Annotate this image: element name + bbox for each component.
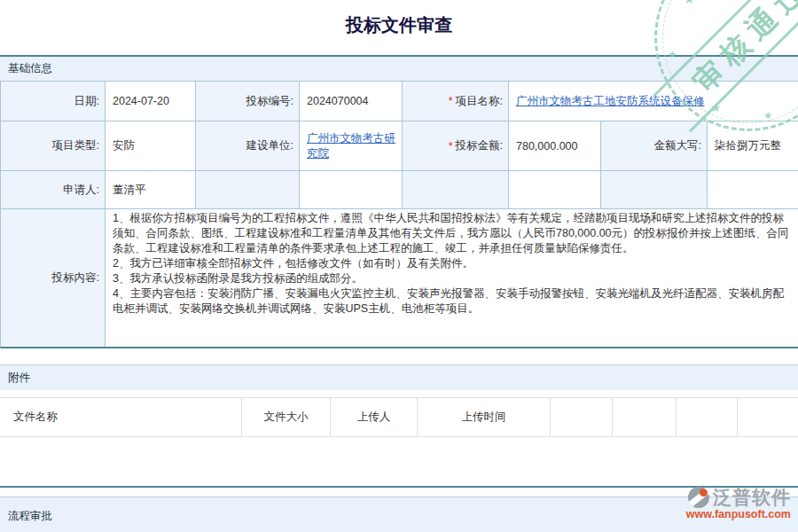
bid-amount-label: * 投标金额: xyxy=(403,121,509,171)
attachments-header-row: 文件名称 文件大小 上传人 上传时间 xyxy=(0,397,798,437)
bid-no-value: 2024070004 xyxy=(300,82,403,121)
amount-in-words-value: 柒拾捌万元整 xyxy=(708,121,798,171)
empty-cell xyxy=(300,171,403,209)
section-attachments: 附件 xyxy=(0,364,798,390)
fanpu-logo-url: www.fanpusoft.com xyxy=(686,508,791,520)
empty-cell xyxy=(509,171,601,209)
fanpu-logo: 泛普软件 www.fanpusoft.com xyxy=(686,485,791,520)
project-name-cell: 广州市文物考古工地安防系统设备保修 xyxy=(509,82,798,121)
section-workflow: 流程审批 xyxy=(0,497,798,532)
col-upload-time: 上传时间 xyxy=(418,398,551,436)
bid-amount-value: 780,000.000 xyxy=(509,121,601,171)
applicant-value: 董清平 xyxy=(106,171,196,209)
page-title: 投标文件审查 xyxy=(0,13,798,37)
star-icon: ★ xyxy=(684,0,695,7)
section-workflow-label: 流程审批 xyxy=(8,509,52,524)
section-basic-info-label: 基础信息 xyxy=(8,61,52,76)
construction-unit-label: 建设单位: xyxy=(196,121,300,171)
empty-cell xyxy=(196,171,300,209)
required-asterisk: * xyxy=(449,95,453,107)
section-attachments-label: 附件 xyxy=(8,371,30,386)
empty-cell xyxy=(601,171,708,209)
bid-content-label: 投标内容: xyxy=(1,209,106,347)
empty-cell xyxy=(551,398,613,436)
date-label: 日期: xyxy=(1,82,106,121)
fanpu-logo-name: 泛普软件 xyxy=(713,485,791,510)
empty-cell xyxy=(677,398,738,436)
applicant-label: 申请人: xyxy=(1,171,106,209)
section-divider xyxy=(0,486,798,488)
project-type-value: 安防 xyxy=(106,121,196,171)
project-name-label: * 项目名称: xyxy=(403,82,509,121)
basic-info-table: 日期: 2024-07-20 投标编号: 2024070004 * 项目名称: … xyxy=(0,81,798,348)
empty-cell xyxy=(403,171,509,209)
amount-in-words-label: 金额大写: xyxy=(601,121,708,171)
date-value: 2024-07-20 xyxy=(106,82,196,121)
project-name-link[interactable]: 广州市文物考古工地安防系统设备保修 xyxy=(516,94,705,109)
bid-review-page: 投标文件审查 审核通过 ★ ★ ★ ★ ★ ★ 基础信息 日期: 2024-07… xyxy=(0,0,798,532)
construction-unit-link[interactable]: 广州市文物考古研究院 xyxy=(307,131,396,161)
construction-unit-cell: 广州市文物考古研究院 xyxy=(300,121,403,171)
empty-cell xyxy=(738,398,798,436)
empty-cell xyxy=(613,398,677,436)
fanpu-logo-icon xyxy=(688,487,709,508)
col-file-name: 文件名称 xyxy=(0,398,242,436)
empty-cell xyxy=(708,171,798,209)
project-type-label: 项目类型: xyxy=(1,121,106,171)
bid-content-value: 1、根据你方招标项目编号为的工程招标文件，遵照《中华人民共和国招投标法》等有关规… xyxy=(106,209,798,347)
col-file-size: 文件大小 xyxy=(242,398,331,436)
required-asterisk: * xyxy=(449,140,453,153)
section-basic-info: 基础信息 xyxy=(0,55,798,81)
col-uploader: 上传人 xyxy=(331,398,418,436)
bid-no-label: 投标编号: xyxy=(196,82,300,121)
